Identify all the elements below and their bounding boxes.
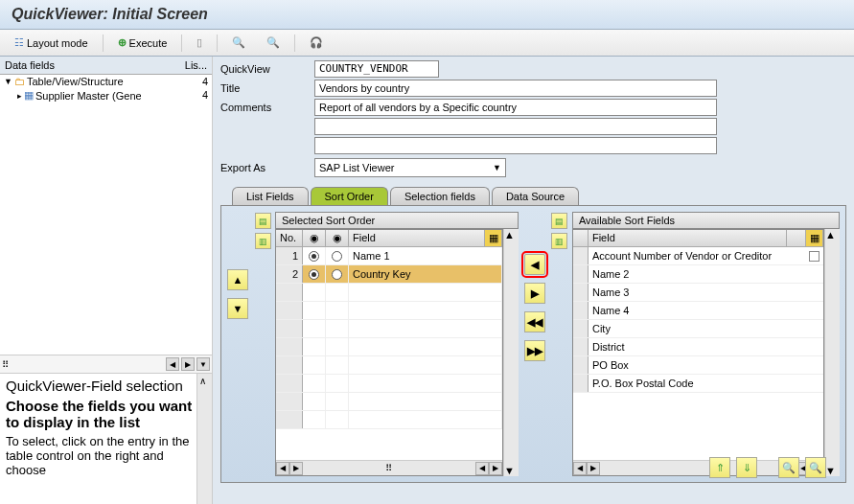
desc-radio[interactable] bbox=[326, 247, 349, 264]
table-row[interactable]: District bbox=[573, 338, 823, 356]
scroll-down-icon[interactable]: ▼ bbox=[196, 357, 210, 371]
selected-grid-header: No. ◉ ◉ Field ▦ bbox=[276, 230, 502, 247]
row-marker[interactable] bbox=[573, 338, 589, 355]
hdr-check[interactable] bbox=[787, 230, 806, 246]
find-next-button[interactable]: 🔍 bbox=[805, 457, 826, 478]
expand-icon[interactable]: ▸ bbox=[17, 91, 22, 101]
row-marker[interactable] bbox=[573, 320, 589, 337]
tree-row[interactable]: ▸ ▦ Supplier Master (General Section) 4 bbox=[0, 88, 212, 103]
tab-sort-order[interactable]: Sort Order bbox=[311, 187, 388, 205]
move-down-button[interactable]: ▼ bbox=[227, 298, 248, 319]
selected-hscroll[interactable]: ◀ ▶ ⠿ ◀ ▶ bbox=[276, 460, 502, 475]
row-marker[interactable] bbox=[573, 356, 589, 374]
hdr-config-icon[interactable]: ▦ bbox=[806, 230, 823, 246]
table-row[interactable]: City bbox=[573, 320, 823, 338]
hdr-desc-icon[interactable]: ◉ bbox=[326, 230, 349, 246]
scroll-left-icon[interactable]: ◀ bbox=[573, 462, 587, 475]
hdr-marker[interactable] bbox=[573, 230, 589, 246]
table-row[interactable] bbox=[276, 411, 502, 429]
tab-data-source[interactable]: Data Source bbox=[492, 187, 579, 205]
scroll-right-icon[interactable]: ▶ bbox=[181, 357, 195, 371]
table-row[interactable]: P.O. Box Postal Code bbox=[573, 375, 823, 393]
column-grip-icon[interactable]: ⠿ bbox=[2, 359, 9, 370]
scroll-up-icon[interactable]: ▲ bbox=[825, 229, 840, 241]
find-button[interactable]: 🔍 bbox=[778, 457, 799, 478]
move-right-button[interactable]: ▶ bbox=[524, 283, 545, 304]
row-marker[interactable] bbox=[573, 284, 589, 301]
table-row[interactable]: Name 2 bbox=[573, 265, 823, 284]
hdr-field[interactable]: Field bbox=[349, 230, 485, 246]
tree-body[interactable]: ▼ 🗀 Table/View/Structure 4 ▸ ▦ Supplier … bbox=[0, 75, 212, 355]
table-row[interactable] bbox=[276, 320, 502, 338]
table-row[interactable]: PO Box bbox=[573, 356, 823, 375]
tree-row[interactable]: ▼ 🗀 Table/View/Structure 4 bbox=[0, 75, 212, 88]
desc-radio[interactable] bbox=[326, 265, 349, 283]
scroll-left-icon[interactable]: ◀ bbox=[475, 462, 489, 475]
scroll-right-icon[interactable]: ▶ bbox=[289, 462, 303, 475]
tab-selection-fields[interactable]: Selection fields bbox=[390, 187, 490, 205]
sort-desc-button[interactable]: ⇓ bbox=[736, 457, 757, 478]
scroll-left-icon[interactable]: ◀ bbox=[166, 357, 179, 371]
move-up-button[interactable]: ▲ bbox=[227, 269, 248, 290]
sort-asc-button[interactable]: ⇑ bbox=[709, 457, 730, 478]
scroll-up-icon[interactable]: ∧ bbox=[199, 376, 206, 386]
row-marker[interactable] bbox=[573, 375, 589, 392]
table-row[interactable]: Name 4 bbox=[573, 302, 823, 320]
export-select[interactable]: SAP List Viewer ▼ bbox=[314, 158, 506, 177]
layout-mode-button[interactable]: ☷ Layout mode bbox=[8, 34, 95, 52]
available-insert-icon[interactable]: ▤ bbox=[551, 213, 567, 229]
table-row[interactable] bbox=[276, 356, 502, 375]
scroll-left-icon[interactable]: ◀ bbox=[276, 462, 289, 475]
scroll-down-icon[interactable]: ▼ bbox=[504, 465, 519, 476]
tree-header-list[interactable]: Lis... bbox=[179, 58, 208, 72]
table-row[interactable] bbox=[276, 393, 502, 411]
execute-button[interactable]: ⊕ Execute bbox=[111, 34, 174, 52]
selected-insert-icon[interactable]: ▤ bbox=[255, 213, 271, 229]
column-grip-icon[interactable]: ⠿ bbox=[381, 463, 396, 473]
title-input[interactable] bbox=[314, 80, 717, 97]
table-row[interactable]: 2Country Key bbox=[276, 265, 502, 284]
hdr-field[interactable]: Field bbox=[589, 230, 787, 246]
available-grid-body[interactable]: Account Number of Vendor or CreditorName… bbox=[573, 247, 823, 460]
scroll-down-icon[interactable]: ▼ bbox=[825, 465, 840, 476]
table-row[interactable]: Name 3 bbox=[573, 284, 823, 302]
row-marker[interactable] bbox=[573, 302, 589, 319]
tree-count: 4 bbox=[185, 89, 208, 102]
selected-vscroll[interactable]: ▲ ▼ bbox=[503, 229, 519, 476]
move-left-button[interactable]: ◀ bbox=[524, 254, 545, 275]
move-all-left-button[interactable]: ◀◀ bbox=[524, 311, 545, 332]
scroll-up-icon[interactable]: ▲ bbox=[504, 229, 519, 241]
selected-grid-body[interactable]: 1Name 12Country Key bbox=[276, 247, 502, 460]
tab-list-fields[interactable]: List Fields bbox=[232, 187, 309, 205]
hdr-asc-icon[interactable]: ◉ bbox=[303, 230, 326, 246]
scroll-right-icon[interactable]: ▶ bbox=[587, 462, 600, 475]
expand-icon[interactable]: ▼ bbox=[4, 77, 12, 86]
row-checkbox[interactable] bbox=[804, 251, 823, 262]
available-vscroll[interactable]: ▲ ▼ bbox=[824, 229, 840, 476]
row-marker[interactable] bbox=[573, 247, 589, 264]
comments-input-3[interactable] bbox=[314, 137, 717, 154]
selected-delete-icon[interactable]: ▥ bbox=[255, 233, 271, 249]
table-row[interactable] bbox=[276, 284, 502, 302]
asc-radio[interactable] bbox=[303, 265, 326, 283]
move-all-right-button[interactable]: ▶▶ bbox=[524, 340, 545, 361]
table-row[interactable] bbox=[276, 302, 502, 320]
table-row[interactable] bbox=[276, 338, 502, 356]
available-delete-icon[interactable]: ▥ bbox=[551, 233, 567, 249]
asc-radio[interactable] bbox=[303, 247, 326, 264]
row-marker[interactable] bbox=[573, 265, 589, 283]
scroll-right-icon[interactable]: ▶ bbox=[489, 462, 502, 475]
find-button[interactable]: 🔍 bbox=[225, 34, 252, 52]
table-row[interactable]: Account Number of Vendor or Creditor bbox=[573, 247, 823, 265]
hdr-config-icon[interactable]: ▦ bbox=[485, 230, 502, 246]
headset-button[interactable]: 🎧 bbox=[303, 34, 330, 52]
help-scrollbar[interactable]: ∧ bbox=[196, 374, 212, 504]
table-row[interactable] bbox=[276, 375, 502, 393]
table-row[interactable]: 1Name 1 bbox=[276, 247, 502, 265]
comments-input-1[interactable] bbox=[314, 99, 717, 116]
find-next-button[interactable]: 🔍 bbox=[260, 34, 287, 52]
comments-input-2[interactable] bbox=[314, 118, 717, 135]
tree-header-data[interactable]: Data fields bbox=[4, 58, 179, 72]
hdr-no[interactable]: No. bbox=[276, 230, 303, 246]
toolbar-doc-icon[interactable]: ▯ bbox=[190, 34, 209, 52]
